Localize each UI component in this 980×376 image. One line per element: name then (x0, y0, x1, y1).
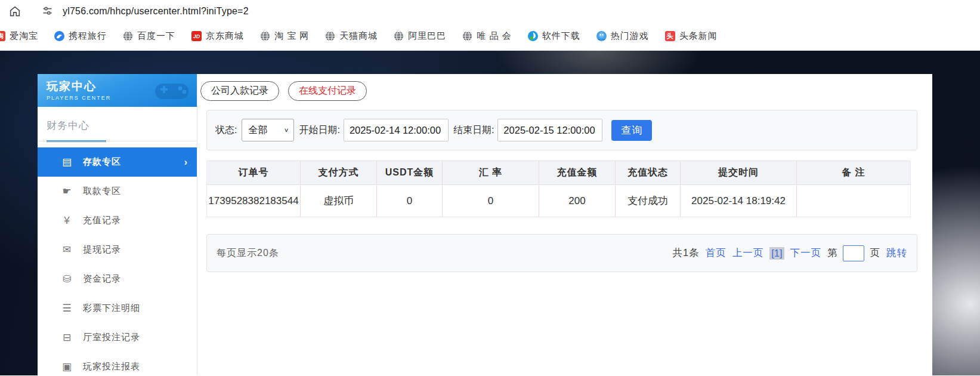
toutiao-icon: 头 (665, 31, 675, 41)
column-header: 充值金额 (539, 161, 616, 185)
main-panel: 公司入款记录 在线支付记录 状态: 全部 ∨ 开始日期: 结束日期: 查询 订单… (197, 74, 932, 375)
bookmark-item[interactable]: 阿里巴巴 (394, 30, 446, 42)
taobao-icon: 淘 (0, 31, 5, 41)
deposit-card-icon: ▤ (60, 156, 74, 168)
total-count-text: 共1条 (672, 246, 699, 260)
sidebar-item-label: 彩票下注明细 (83, 303, 140, 314)
globe-icon (260, 31, 270, 41)
search-button[interactable]: 查询 (611, 120, 652, 141)
sidebar: 玩家中心 PLAYERS CENTER 财务中心 ▤存款专区›☛取款专区¥充值记… (38, 74, 197, 375)
column-header: 充值状态 (616, 161, 681, 185)
browser-toolbar: yl756.com/hhcp/usercenter.html?iniType=2 (0, 0, 980, 22)
bookmarks-bar: 淘爱淘宝携程旅行百度一下JD京东商城淘 宝 网天猫商城阿里巴巴唯 品 会软件下载… (0, 22, 980, 51)
gamepad-icon (153, 78, 191, 104)
bookmark-item[interactable]: 携程旅行 (54, 30, 107, 42)
finance-center-label: 财务中心 (47, 119, 197, 132)
site-settings-tune-icon[interactable] (42, 5, 53, 17)
bookmark-item[interactable]: 天猫商城 (325, 30, 378, 42)
bookmark-item[interactable]: 百度一下 (123, 30, 175, 42)
bookmark-label: 头条新闻 (679, 30, 718, 42)
page-jump-input[interactable] (843, 245, 864, 261)
filter-bar: 状态: 全部 ∨ 开始日期: 结束日期: 查询 (206, 110, 917, 150)
sidebar-item-厅室投注记录[interactable]: ⊟厅室投注记录 (38, 323, 197, 352)
table-cell: 支付成功 (616, 185, 681, 217)
jump-suffix-label: 页 (870, 246, 881, 260)
sidebar-item-充值记录[interactable]: ¥充值记录 (38, 206, 197, 235)
end-date-label: 结束日期: (453, 124, 494, 137)
column-header: 汇 率 (443, 161, 539, 185)
bookmark-item[interactable]: JD京东商城 (191, 30, 244, 42)
bookmark-item[interactable]: 淘 宝 网 (260, 30, 309, 42)
bookmark-item[interactable]: 热门游戏 (596, 30, 649, 42)
bookmark-label: 爱淘宝 (10, 30, 38, 42)
table-cell: 1739528382183544 (207, 185, 301, 217)
globe-icon (123, 31, 133, 41)
bookmark-item[interactable]: 软件下载 (528, 30, 580, 42)
sidebar-item-提现记录[interactable]: ✉提现记录 (38, 235, 197, 264)
bookmark-item[interactable]: 唯 品 会 (462, 30, 511, 42)
payment-records-table: 订单号支付方式USDT金额汇 率充值金额充值状态提交时间备 注 17395283… (206, 161, 911, 217)
sidebar-item-取款专区[interactable]: ☛取款专区 (38, 177, 197, 206)
status-select-value: 全部 (248, 124, 267, 137)
bookmark-item[interactable]: 淘爱淘宝 (0, 30, 38, 42)
table-cell: 虚拟币 (301, 185, 377, 217)
moneybag-icon: ¥ (60, 215, 74, 227)
pagination-controls: 共1条 首页 上一页 [1] 下一页 第 页 跳转 (666, 245, 907, 261)
sidebar-item-存款专区[interactable]: ▤存款专区› (38, 147, 197, 177)
table-cell (797, 185, 911, 217)
banknote-icon: ✉ (60, 244, 74, 256)
funds-icon: ⛁ (60, 273, 74, 285)
table-header-row: 订单号支付方式USDT金额汇 率充值金额充值状态提交时间备 注 (207, 161, 911, 185)
table-row: 1739528382183544虚拟币00200支付成功2025-02-14 1… (207, 185, 911, 217)
sidebar-item-label: 玩家投注报表 (83, 361, 140, 372)
sidebar-section: 财务中心 (38, 107, 197, 142)
status-label: 状态: (215, 124, 237, 137)
sidebar-item-label: 资金记录 (83, 273, 121, 285)
column-header: 支付方式 (301, 161, 377, 185)
tab-online-payment-records[interactable]: 在线支付记录 (288, 81, 367, 101)
end-date-input[interactable] (497, 119, 602, 141)
sidebar-item-label: 存款专区 (83, 156, 121, 168)
hall-bet-list-icon: ⊟ (60, 331, 74, 344)
home-icon[interactable] (8, 5, 21, 18)
table-cell: 200 (539, 185, 616, 217)
sidebar-item-彩票下注明细[interactable]: ☰彩票下注明细 (38, 294, 197, 323)
bookmark-label: 淘 宝 网 (274, 30, 309, 42)
next-page-link[interactable]: 下一页 (790, 246, 822, 260)
bookmark-label: 天猫商城 (339, 30, 378, 42)
table-cell: 0 (443, 185, 539, 217)
sidebar-item-玩家投注报表[interactable]: ▣玩家投注报表 (38, 352, 197, 375)
sidebar-item-label: 提现记录 (83, 244, 121, 255)
lottery-list-icon: ☰ (60, 302, 74, 315)
sidebar-item-资金记录[interactable]: ⛁资金记录 (38, 264, 197, 294)
address-bar-url[interactable]: yl756.com/hhcp/usercenter.html?iniType=2 (63, 6, 249, 17)
tab-company-deposit-records[interactable]: 公司入款记录 (200, 81, 279, 101)
sidebar-header: 玩家中心 PLAYERS CENTER (38, 74, 197, 107)
bookmark-label: 百度一下 (137, 30, 175, 42)
bookmark-label: 京东商城 (206, 30, 244, 42)
sidebar-item-label: 取款专区 (83, 186, 121, 197)
status-select[interactable]: 全部 ∨ (242, 119, 294, 141)
content-wrapper: 玩家中心 PLAYERS CENTER 财务中心 ▤存款专区›☛取款专区¥充值记… (38, 74, 932, 375)
table-cell: 0 (377, 185, 443, 217)
globe-icon (462, 31, 472, 41)
pagination-bar: 每页显示20条 共1条 首页 上一页 [1] 下一页 第 页 跳转 (206, 234, 917, 272)
sidebar-menu: ▤存款专区›☛取款专区¥充值记录✉提现记录⛁资金记录☰彩票下注明细⊟厅室投注记录… (38, 147, 197, 375)
jd-icon: JD (191, 31, 202, 41)
start-date-input[interactable] (344, 119, 449, 141)
bookmark-label: 携程旅行 (69, 30, 107, 42)
prev-page-link[interactable]: 上一页 (732, 246, 764, 260)
record-tabs: 公司入款记录 在线支付记录 (200, 81, 932, 101)
chevron-right-icon: › (184, 157, 187, 168)
jump-prefix-label: 第 (827, 246, 838, 260)
first-page-link[interactable]: 首页 (706, 246, 727, 260)
chevron-down-icon: ∨ (284, 127, 289, 133)
bookmark-label: 热门游戏 (611, 30, 649, 42)
bookmark-item[interactable]: 头头条新闻 (665, 30, 718, 42)
section-divider (38, 141, 197, 141)
bookmark-label: 阿里巴巴 (408, 30, 446, 42)
column-header: USDT金额 (377, 161, 443, 185)
page-size-text: 每页显示20条 (217, 247, 279, 260)
page-jump-button[interactable]: 跳转 (886, 246, 907, 260)
table-cell: 2025-02-14 18:19:42 (681, 185, 797, 217)
